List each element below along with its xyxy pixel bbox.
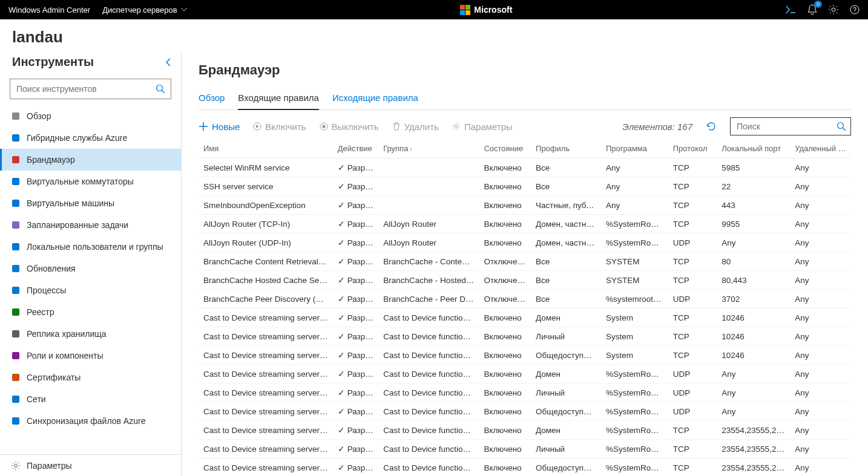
settings-icon[interactable] — [828, 4, 839, 15]
table-row[interactable]: Cast to Device streaming server (RTSP…✓Р… — [199, 421, 851, 440]
sidebar-item[interactable]: Виртуальные коммутаторы — [0, 171, 181, 192]
table-row[interactable]: BranchCache Content Retrieval (HTTP-…✓Ра… — [199, 252, 851, 271]
delete-button[interactable]: Удалить — [392, 122, 439, 132]
cell: Cast to Device streaming server (HTTP… — [199, 346, 333, 365]
sidebar-item[interactable]: Реплика хранилища — [0, 323, 181, 345]
sidebar-item-label: Сети — [27, 394, 46, 404]
tab[interactable]: Исходящие правила — [332, 89, 418, 109]
rules-grid[interactable]: ИмяДействиеГруппа↑СостояниеПрофильПрогра… — [199, 140, 851, 476]
cell: Cast to Device functionality — [378, 402, 479, 421]
sidebar-item[interactable]: Запланированные задачи — [0, 214, 181, 236]
cell: Cast to Device functionality — [378, 327, 479, 346]
table-row[interactable]: AllJoyn Router (TCP-In)✓Разре…AllJoyn Ro… — [199, 215, 851, 233]
column-header[interactable]: Программа — [601, 140, 668, 158]
column-header[interactable]: Протокол — [668, 140, 717, 158]
help-icon[interactable]: ? — [850, 5, 860, 15]
table-row[interactable]: Selectel WinRM service✓Разре…ВключеноВсе… — [199, 158, 851, 177]
sidebar-item[interactable]: Сертификаты — [0, 367, 181, 388]
check-icon: ✓ — [338, 201, 345, 210]
sidebar-item[interactable]: Обновления — [0, 258, 181, 279]
cell: Cast to Device streaming server (HTTP… — [199, 308, 333, 327]
context-dropdown[interactable]: Диспетчер серверов — [102, 5, 187, 15]
table-row[interactable]: BranchCache Hosted Cache Server (H…✓Разр… — [199, 271, 851, 290]
column-header[interactable]: Локальный порт — [717, 140, 790, 158]
sidebar-settings[interactable]: Параметры — [0, 454, 181, 476]
sidebar-item[interactable]: Виртуальные машины — [0, 192, 181, 214]
table-row[interactable]: Cast to Device streaming server (RTSP…✓Р… — [199, 440, 851, 458]
svg-rect-14 — [12, 308, 19, 316]
settings-button[interactable]: Параметры — [452, 122, 513, 132]
cell: TCP — [668, 215, 717, 233]
tab[interactable]: Обзор — [199, 89, 225, 109]
table-row[interactable]: Cast to Device streaming server (RTCP…✓Р… — [199, 383, 851, 402]
new-button[interactable]: Новые — [199, 122, 240, 132]
cell: Все — [531, 271, 601, 290]
cell: ✓Разре… — [333, 158, 379, 177]
column-header[interactable]: Профиль — [531, 140, 601, 158]
cell: %SystemRoot%\… — [601, 440, 668, 458]
sidebar-item-label: Виртуальные машины — [27, 198, 114, 208]
disable-button[interactable]: Выключить — [320, 122, 379, 132]
column-header[interactable]: Состояние — [479, 140, 531, 158]
table-row[interactable]: SmeInboundOpenException✓Разре…ВключеноЧа… — [199, 196, 851, 215]
column-header[interactable]: Имя — [199, 140, 333, 158]
cell: 80,443 — [717, 271, 790, 290]
tab[interactable]: Входящие правила — [238, 89, 319, 110]
item-count: Элементов: 167 — [622, 122, 692, 132]
cell: Включено — [479, 308, 531, 327]
sidebar-item[interactable]: Роли и компоненты — [0, 345, 181, 367]
cell: 3702 — [717, 290, 790, 308]
sidebar-item[interactable]: Синхронизация файлов Azure — [0, 410, 181, 432]
table-search-input[interactable] — [730, 117, 851, 135]
table-row[interactable]: Cast to Device streaming server (RTCP…✓Р… — [199, 365, 851, 383]
notifications-icon[interactable]: 0 — [807, 4, 817, 15]
cell: Any — [601, 158, 668, 177]
sidebar-item-label: Процессы — [27, 285, 66, 295]
column-header[interactable]: Удаленный порт — [790, 140, 851, 158]
sidebar-item-label: Реплика хранилища — [27, 329, 107, 339]
cell: Включено — [479, 365, 531, 383]
column-header[interactable]: Группа↑ — [378, 140, 479, 158]
collapse-sidebar-icon[interactable] — [165, 58, 171, 67]
table-row[interactable]: Cast to Device streaming server (HTTP…✓Р… — [199, 327, 851, 346]
table-row[interactable]: Cast to Device streaming server (HTTP…✓Р… — [199, 308, 851, 327]
table-row[interactable]: SSH server service✓Разре…ВключеноВсеAnyT… — [199, 177, 851, 196]
cell: Any — [717, 365, 790, 383]
column-header[interactable]: Действие — [333, 140, 379, 158]
sidebar-item[interactable]: Брандмауэр — [0, 149, 181, 171]
cell: ✓Разре… — [333, 177, 379, 196]
sidebar-item-label: Синхронизация файлов Azure — [27, 416, 145, 426]
table-row[interactable]: Cast to Device streaming server (RTCP…✓Р… — [199, 402, 851, 421]
sidebar-item[interactable]: Реестр — [0, 301, 181, 323]
sidebar-item[interactable]: Сети — [0, 388, 181, 410]
cell: BranchCache Peer Discovery (WSD-In) — [199, 290, 333, 308]
cell: 23554,23555,23556 — [717, 421, 790, 440]
enable-button[interactable]: Включить — [253, 122, 306, 132]
table-row[interactable]: Cast to Device streaming server (HTTP…✓Р… — [199, 346, 851, 365]
table-row[interactable]: AllJoyn Router (UDP-In)✓Разре…AllJoyn Ro… — [199, 233, 851, 252]
app-title[interactable]: Windows Admin Center — [8, 5, 90, 15]
powershell-icon[interactable] — [786, 5, 797, 14]
enable-icon — [253, 122, 261, 131]
sidebar-item[interactable]: Локальные пользователи и группы — [0, 236, 181, 258]
enable-label: Включить — [265, 122, 306, 132]
tools-search-input[interactable] — [10, 79, 171, 99]
refresh-button[interactable] — [706, 121, 717, 132]
cell: ✓Разре… — [333, 365, 379, 383]
notification-badge: 0 — [814, 1, 822, 8]
sort-asc-icon: ↑ — [409, 146, 412, 152]
cell: UDP — [668, 402, 717, 421]
table-row[interactable]: BranchCache Peer Discovery (WSD-In)✓Разр… — [199, 290, 851, 308]
cell: ✓Разре… — [333, 308, 379, 327]
cell: ✓Разре… — [333, 290, 379, 308]
cell: TCP — [668, 421, 717, 440]
sidebar-item[interactable]: Обзор — [0, 105, 181, 127]
sidebar-item-label: Роли и компоненты — [27, 351, 104, 360]
sidebar-item[interactable]: Процессы — [0, 279, 181, 301]
cell: SmeInboundOpenException — [199, 196, 333, 215]
cell: UDP — [668, 365, 717, 383]
cell: System — [601, 346, 668, 365]
sidebar-item[interactable]: Гибридные службы Azure — [0, 127, 181, 149]
table-row[interactable]: Cast to Device streaming server (RTSP…✓Р… — [199, 458, 851, 477]
disable-label: Выключить — [332, 122, 379, 132]
